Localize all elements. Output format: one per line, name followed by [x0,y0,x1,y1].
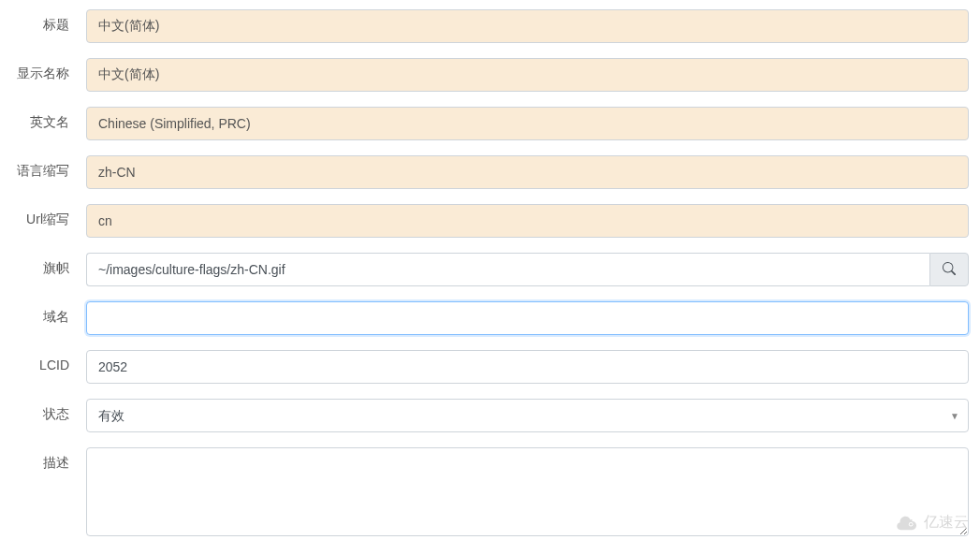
title-input[interactable] [86,9,969,43]
domain-label: 域名 [11,301,86,326]
flag-label: 旗帜 [11,253,86,277]
display-name-label: 显示名称 [11,58,86,82]
domain-input[interactable] [86,301,969,335]
display-name-input[interactable] [86,58,969,92]
url-abbr-label: Url缩写 [11,204,86,228]
description-label: 描述 [11,447,86,472]
language-abbr-input[interactable] [86,155,969,189]
search-icon [943,262,956,278]
english-name-label: 英文名 [11,107,86,131]
title-label: 标题 [11,9,86,34]
english-name-input[interactable] [86,107,969,140]
flag-input[interactable] [86,253,929,286]
status-select[interactable]: 有效 [86,399,969,432]
description-textarea[interactable] [86,447,969,536]
lcid-label: LCID [11,350,86,372]
status-label: 状态 [11,399,86,423]
url-abbr-input[interactable] [86,204,969,238]
lcid-input[interactable] [86,350,969,384]
language-abbr-label: 语言缩写 [11,155,86,180]
flag-browse-button[interactable] [929,253,969,286]
